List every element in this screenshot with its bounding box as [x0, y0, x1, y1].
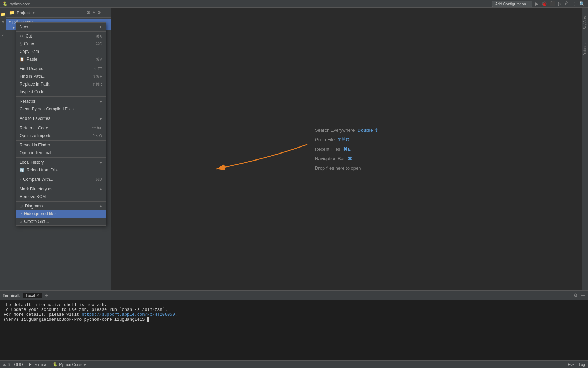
menu-item-diagrams[interactable]: ⊞ Diagrams ▸: [16, 202, 106, 210]
menu-item-reformat-code[interactable]: Reformat Code ⌥⌘L: [16, 124, 106, 132]
terminal-status-icon: ▶: [29, 362, 31, 367]
menu-item-reveal-in-finder[interactable]: Reveal in Finder: [16, 141, 106, 149]
hint-label-recent: Recent Files: [315, 146, 340, 152]
add-terminal-button[interactable]: +: [44, 293, 49, 298]
event-log-label: Event Log: [568, 362, 585, 367]
menu-item-inspect-code[interactable]: Inspect Code...: [16, 88, 106, 96]
menu-item-hide-ignored-files[interactable]: .* Hide ignored files: [16, 210, 106, 218]
toolbar-right: Add Configuration... ▶ 🐞 ⬛ ▷ ⏱ ⋮ 🔍: [492, 1, 585, 7]
menu-item-paste[interactable]: 📋 Paste ⌘V: [16, 55, 106, 63]
dropdown-icon[interactable]: ▾: [33, 10, 35, 15]
hint-label-drop: Drop files here to open: [315, 165, 361, 171]
menu-label-refactor: Refactor: [20, 99, 98, 104]
right-sidebar-database[interactable]: Database: [583, 39, 587, 57]
profile-icon[interactable]: ⏱: [565, 1, 569, 6]
terminal-status-label: Terminal: [33, 362, 48, 367]
editor-hints: Search Everywhere Double ⇧ Go to File ⇧⌘…: [315, 128, 378, 171]
terminal-line-2: To update your account to use zsh, pleas…: [4, 307, 584, 312]
menu-label-add-to-favorites: Add to Favorites: [20, 116, 98, 121]
hint-key-navbar: ⌘↑: [348, 156, 355, 161]
right-sidebar-skyview[interactable]: SkyView: [583, 15, 587, 31]
menu-item-create-gist[interactable]: ○ Create Gist...: [16, 218, 106, 225]
favorites-arrow: ▸: [100, 116, 102, 121]
terminal-line-1: The default interactive shell is now zsh…: [4, 302, 584, 307]
project-icon[interactable]: 📁: [0, 11, 6, 18]
tab-close-icon[interactable]: ✕: [36, 293, 39, 297]
arrow-annotation: [199, 137, 311, 183]
add-config-button[interactable]: Add Configuration...: [492, 1, 532, 7]
status-event-log[interactable]: Event Log: [568, 362, 585, 367]
menu-item-find-in-path[interactable]: Find in Path... ⇧⌘F: [16, 73, 106, 80]
menu-item-copy[interactable]: ⎘ Copy ⌘C: [16, 40, 106, 48]
project-header: 📁 Project ▾ ⚙ ÷ ⚙ —: [6, 8, 111, 18]
menu-item-local-history[interactable]: Local History ▸: [16, 158, 106, 166]
shortcut-find-usages: ⌥F7: [93, 67, 102, 71]
menu-item-mark-directory-as[interactable]: Mark Directory as ▸: [16, 185, 106, 193]
todo-icon: ☑: [3, 362, 6, 367]
status-todo[interactable]: ☑ 6: TODO: [3, 362, 23, 367]
terminal-settings-icon[interactable]: ⚙: [574, 293, 578, 298]
menu-label-replace-in-path: Replace in Path...: [20, 82, 89, 87]
app-title: 🐍 python-core: [3, 1, 30, 6]
menu-item-open-in-terminal[interactable]: Open in Terminal: [16, 149, 106, 157]
menu-item-reload-from-disk[interactable]: 🔄 Reload from Disk: [16, 166, 106, 174]
hint-key-search: Double ⇧: [357, 128, 378, 133]
menu-item-replace-in-path[interactable]: Replace in Path... ⇧⌘R: [16, 80, 106, 88]
terminal-prompt: (venv) liuguangleideMacBook-Pro:python-c…: [4, 317, 584, 322]
todo-label: 6: TODO: [8, 362, 23, 367]
folder-icon: 📁: [9, 10, 15, 15]
status-terminal[interactable]: ▶ Terminal: [29, 362, 48, 367]
terminal-tab-local[interactable]: Local ✕: [23, 293, 42, 298]
menu-item-refactor[interactable]: Refactor ▸: [16, 97, 106, 105]
menu-item-copy-path[interactable]: Copy Path...: [16, 48, 106, 55]
coverage-icon[interactable]: ▷: [558, 1, 562, 6]
run-icon[interactable]: ▶: [535, 1, 539, 6]
terminal-tabs-bar: Terminal: Local ✕ + ⚙ —: [0, 291, 588, 300]
title-text: python-core: [10, 2, 30, 6]
python-icon: 🐍: [3, 1, 8, 6]
submenu-arrow: ▸: [100, 24, 102, 29]
terminal-minimize-icon[interactable]: —: [581, 293, 585, 298]
settings-icon[interactable]: ⚙: [86, 10, 91, 15]
separator-8: [16, 175, 106, 175]
search-icon[interactable]: 🔍: [579, 1, 585, 7]
mark-dir-arrow: ▸: [100, 186, 102, 191]
menu-item-optimize-imports[interactable]: Optimize Imports ^⌥O: [16, 132, 106, 139]
structure-icon[interactable]: Z: [2, 32, 4, 39]
shortcut-cut: ⌘X: [96, 34, 102, 39]
close-panel-icon[interactable]: —: [104, 10, 108, 15]
terminal-link[interactable]: https://support.apple.com/kb/HT208050: [82, 312, 175, 317]
favorites-icon[interactable]: ★: [1, 18, 5, 25]
hint-label-search: Search Everywhere: [315, 128, 355, 133]
local-history-arrow: ▸: [100, 160, 102, 165]
menu-item-clean-python[interactable]: Clean Python Compiled Files: [16, 105, 106, 113]
layout-icon[interactable]: ÷: [93, 10, 95, 15]
stop-icon[interactable]: ⬛: [550, 1, 555, 6]
menu-label-copy: Copy: [24, 41, 92, 46]
menu-item-remove-bom[interactable]: Remove BOM: [16, 193, 106, 200]
paste-icon: 📋: [20, 57, 24, 62]
hide-ignored-icon: .*: [20, 212, 22, 216]
menu-item-compare-with[interactable]: · Compare With... ⌘D: [16, 176, 106, 183]
menu-label-reformat-code: Reformat Code: [20, 125, 88, 130]
separator-10: [16, 201, 106, 202]
cut-icon: ✂: [20, 34, 23, 39]
config-icon[interactable]: ⚙: [97, 10, 102, 15]
status-bar: ☑ 6: TODO ▶ Terminal 🐍 Python Console Ev…: [0, 360, 588, 368]
debug-icon[interactable]: 🐞: [541, 1, 547, 6]
menu-label-local-history: Local History: [20, 160, 98, 165]
separator-3: [16, 96, 106, 97]
menu-label-find-in-path: Find in Path...: [20, 74, 89, 79]
more-icon[interactable]: ⋮: [572, 1, 576, 6]
menu-item-cut[interactable]: ✂ Cut ⌘X: [16, 32, 106, 40]
menu-item-new[interactable]: New ▸: [16, 23, 106, 30]
right-sidebar: SkyView Database: [582, 8, 588, 290]
menu-label-new: New: [20, 24, 98, 29]
menu-label-clean-python: Clean Python Compiled Files: [20, 107, 102, 111]
menu-item-add-to-favorites[interactable]: Add to Favorites ▸: [16, 115, 106, 122]
menu-item-find-usages[interactable]: Find Usages ⌥F7: [16, 65, 106, 73]
python-console-label: Python Console: [59, 362, 86, 367]
menu-label-diagrams: Diagrams: [25, 204, 98, 209]
hint-drop-files: Drop files here to open: [315, 165, 378, 171]
status-python-console[interactable]: 🐍 Python Console: [53, 362, 86, 367]
